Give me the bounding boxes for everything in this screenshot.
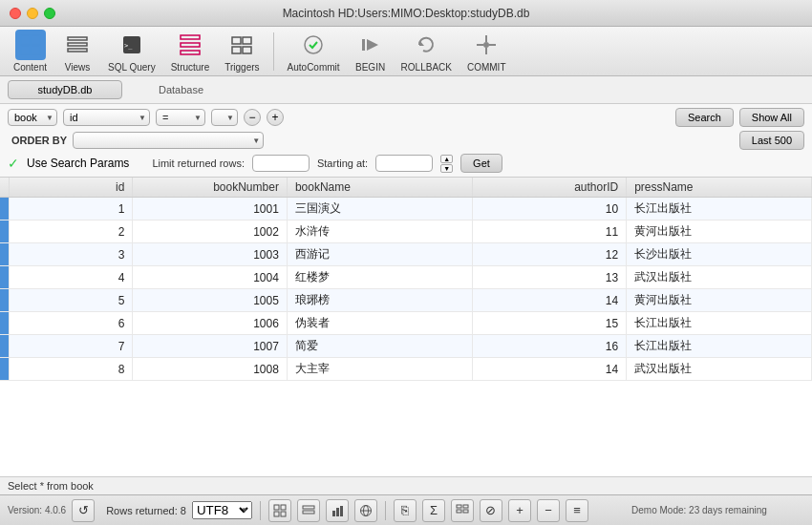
operator-select[interactable]: = != < > LIKE [156, 109, 205, 126]
sigma-button[interactable]: Σ [422, 499, 445, 522]
operator-select-wrap[interactable]: = != < > LIKE [156, 109, 205, 126]
content-label: Content [13, 62, 47, 73]
globe-button[interactable] [354, 499, 377, 522]
refresh-button[interactable]: ↺ [72, 499, 95, 522]
svg-marker-19 [419, 40, 424, 46]
table-select[interactable]: book [8, 109, 57, 126]
table-row[interactable]: 5 1005 琅琊榜 14 黄河出版社 [0, 289, 812, 312]
cell-bookName: 琅琊榜 [287, 289, 472, 312]
svg-rect-32 [336, 508, 339, 516]
toolbar-content[interactable]: Content [8, 30, 53, 73]
svg-rect-5 [68, 43, 87, 46]
table-header: id bookNumber bookName authorID pressNam… [0, 178, 812, 198]
cancel-button[interactable]: ⊘ [480, 499, 502, 522]
begin-label: BEGIN [355, 62, 385, 73]
rollback-label: ROLLBACK [401, 62, 452, 73]
cell-id: 2 [10, 220, 133, 243]
table-row[interactable]: 4 1004 红楼梦 13 武汉出版社 [0, 266, 812, 289]
table-area[interactable]: id bookNumber bookName authorID pressNam… [0, 178, 812, 476]
minimize-button[interactable] [27, 8, 38, 19]
grid-button[interactable] [451, 499, 474, 522]
search-button[interactable]: Search [675, 108, 734, 127]
encoding-select[interactable]: UTF8 UTF16 [192, 501, 252, 519]
table-row[interactable]: 6 1006 伪装者 15 长江出版社 [0, 312, 812, 335]
db-selector-button[interactable]: studyDB.db [8, 80, 122, 99]
toolbar-structure[interactable]: Structure [165, 30, 216, 73]
limit-input[interactable] [252, 155, 310, 172]
column-select[interactable]: id bookNumber bookName authorID pressNam… [63, 109, 150, 126]
table-view-button[interactable] [268, 499, 291, 522]
toolbar: Content Views >_ SQL Query [0, 27, 812, 76]
cell-authorID: 14 [472, 358, 627, 381]
structure-icon [179, 33, 202, 56]
maximize-button[interactable] [44, 8, 55, 19]
toolbar-rollback[interactable]: ROLLBACK [395, 30, 458, 73]
order-by-select[interactable]: id bookNumber bookName [73, 132, 264, 149]
plus-button[interactable]: + [267, 109, 284, 126]
commit-icon [475, 33, 498, 56]
toolbar-commit[interactable]: COMMIT [461, 30, 512, 73]
cell-bookNumber: 1001 [133, 198, 288, 220]
cell-pressName: 长沙出版社 [627, 243, 812, 266]
table-select-wrap[interactable]: book [8, 109, 57, 126]
value-select-wrap[interactable] [211, 109, 238, 126]
row-indicator [0, 335, 10, 358]
cell-id: 6 [10, 312, 133, 335]
table-row[interactable]: 3 1003 西游记 12 长沙出版社 [0, 243, 812, 266]
settings-button[interactable]: ≡ [566, 499, 588, 522]
svg-rect-4 [68, 37, 87, 40]
toolbar-triggers[interactable]: Triggers [219, 30, 265, 73]
order-by-select-wrap[interactable]: id bookNumber bookName [73, 132, 264, 149]
table-row[interactable]: 1 1001 三国演义 10 长江出版社 [0, 198, 812, 220]
minus-button[interactable]: − [244, 109, 261, 126]
row-indicator [0, 266, 10, 289]
close-button[interactable] [10, 8, 21, 19]
svg-marker-18 [367, 39, 378, 51]
stepper[interactable]: ▲ ▼ [440, 155, 453, 173]
status-bar: Select * from book [0, 476, 812, 494]
chart-button[interactable] [326, 499, 349, 522]
query-controls: book id bookNumber bookName authorID pre… [0, 104, 812, 178]
table-row[interactable]: 8 1008 大主宰 14 武汉出版社 [0, 358, 812, 381]
toolbar-sql-query[interactable]: >_ SQL Query [102, 30, 161, 73]
cell-pressName: 黄河出版社 [627, 220, 812, 243]
svg-point-20 [483, 42, 489, 48]
list-view-button[interactable] [297, 499, 320, 522]
cell-id: 1 [10, 198, 133, 220]
svg-rect-9 [181, 35, 200, 39]
svg-rect-3 [32, 46, 40, 54]
value-select[interactable] [211, 109, 238, 126]
version-text: Version: 4.0.6 [8, 505, 66, 515]
svg-rect-6 [68, 49, 87, 52]
last-500-button[interactable]: Last 500 [739, 131, 804, 150]
cell-bookName: 简爱 [287, 335, 472, 358]
remove-button[interactable]: − [537, 499, 560, 522]
add-button[interactable]: + [508, 499, 531, 522]
qc-row-2: ORDER BY id bookNumber bookName Last 500 [8, 131, 804, 150]
row-indicator [0, 312, 10, 335]
toolbar-autocommit[interactable]: AutoCommit [282, 30, 346, 73]
show-all-button[interactable]: Show All [739, 108, 804, 127]
get-button[interactable]: Get [460, 154, 502, 173]
rows-returned-text: Rows returned: 8 [106, 505, 186, 516]
copy-button[interactable]: ⎘ [394, 499, 417, 522]
svg-rect-10 [181, 43, 200, 47]
cell-authorID: 15 [472, 312, 627, 335]
bt-divider-2 [385, 501, 386, 520]
cell-pressName: 长江出版社 [627, 312, 812, 335]
cell-pressName: 武汉出版社 [627, 266, 812, 289]
table-row[interactable]: 2 1002 水浒传 11 黄河出版社 [0, 220, 812, 243]
table-view-icon [273, 504, 287, 517]
svg-rect-30 [303, 511, 314, 514]
table-row[interactable]: 7 1007 简爱 16 长江出版社 [0, 335, 812, 358]
column-select-wrap[interactable]: id bookNumber bookName authorID pressNam… [63, 109, 150, 126]
svg-rect-26 [281, 505, 286, 510]
encoding-wrap[interactable]: UTF8 UTF16 [192, 501, 252, 519]
cell-id: 7 [10, 335, 133, 358]
toolbar-begin[interactable]: BEGIN [350, 30, 392, 73]
data-table: id bookNumber bookName authorID pressNam… [0, 178, 812, 381]
toolbar-views[interactable]: Views [56, 30, 98, 73]
svg-rect-15 [243, 47, 251, 53]
starting-at-input[interactable] [375, 155, 433, 172]
cell-pressName: 长江出版社 [627, 198, 812, 220]
